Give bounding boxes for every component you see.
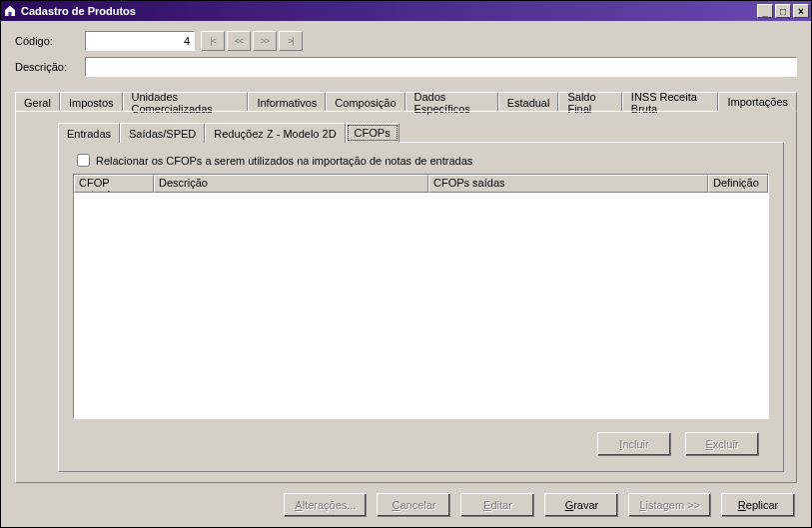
inner-tab-saidas[interactable]: Saídas/SPED	[120, 123, 205, 143]
inner-buttons: Incluir Excluir	[73, 429, 769, 459]
tab-geral[interactable]: Geral	[15, 92, 60, 112]
nav-prev-button[interactable]: <<	[227, 31, 251, 51]
col-cfops-saidas[interactable]: CFOPs saídas	[428, 175, 708, 193]
inner-tab-body: Relacionar os CFOPs a serem utilizados n…	[58, 142, 784, 472]
inner-tab-entradas[interactable]: Entradas	[58, 123, 120, 143]
listagem-button[interactable]: Listagem >>	[628, 493, 711, 517]
replicar-button[interactable]: Replicar	[721, 493, 795, 517]
content-area: Código: |< << >> >| Descrição: Geral Imp…	[1, 21, 811, 527]
window-title: Cadastro de Produtos	[21, 5, 755, 17]
descricao-input[interactable]	[85, 57, 797, 77]
window-root: Cadastro de Produtos _ □ × Código: |< <<…	[0, 0, 812, 528]
relacionar-cfops-label: Relacionar os CFOPs a serem utilizados n…	[96, 155, 472, 167]
grid-body[interactable]	[74, 193, 768, 418]
close-button[interactable]: ×	[793, 4, 809, 18]
nav-first-button[interactable]: |<	[201, 31, 225, 51]
inner-tab-reducoes[interactable]: Reduçõez Z - Modelo 2D	[205, 123, 345, 143]
tab-saldo-final[interactable]: Saldo Final	[558, 92, 621, 112]
footer-buttons: Alterações... Cancelar Editar Gravar Lis…	[15, 493, 797, 519]
descricao-label: Descrição:	[15, 61, 85, 73]
editar-button[interactable]: Editar	[460, 493, 534, 517]
top-fields: Código: |< << >> >| Descrição:	[15, 31, 797, 83]
incluir-button[interactable]: Incluir	[597, 432, 671, 456]
relacionar-cfops-checkbox[interactable]	[77, 154, 90, 167]
col-descricao[interactable]: Descrição	[154, 175, 428, 193]
gravar-button[interactable]: Gravar	[544, 493, 618, 517]
tab-unidades[interactable]: Unidades Comercializadas	[123, 92, 249, 112]
codigo-label: Código:	[15, 35, 85, 47]
app-icon	[3, 4, 17, 18]
inner-tab-cfops[interactable]: CFOPs	[346, 123, 400, 143]
nav-last-button[interactable]: >|	[279, 31, 303, 51]
tab-dados[interactable]: Dados Específicos	[406, 92, 498, 112]
tab-impostos[interactable]: Impostos	[60, 92, 123, 112]
tab-importacoes[interactable]: Importações	[718, 92, 797, 112]
checkbox-row: Relacionar os CFOPs a serem utilizados n…	[73, 151, 769, 170]
codigo-input[interactable]	[85, 31, 195, 51]
alteracoes-button[interactable]: Alterações...	[284, 493, 367, 517]
titlebar: Cadastro de Produtos _ □ ×	[1, 1, 811, 21]
col-cfop-entrada[interactable]: CFOP entrada	[74, 175, 154, 193]
inner-tab-strip: Entradas Saídas/SPED Reduçõez Z - Modelo…	[58, 122, 784, 142]
minimize-button[interactable]: _	[757, 4, 773, 18]
cancelar-button[interactable]: Cancelar	[377, 493, 450, 517]
tab-informativos[interactable]: Informativos	[248, 92, 326, 112]
tab-inss[interactable]: INSS Receita Bruta	[622, 92, 719, 112]
nav-next-button[interactable]: >>	[253, 31, 277, 51]
maximize-button[interactable]: □	[775, 4, 791, 18]
grid-header: CFOP entrada Descrição CFOPs saídas Defi…	[74, 175, 768, 193]
cfops-grid[interactable]: CFOP entrada Descrição CFOPs saídas Defi…	[73, 174, 769, 419]
col-definicao[interactable]: Definição	[708, 175, 768, 193]
svg-rect-0	[9, 12, 12, 16]
main-tab-body: Entradas Saídas/SPED Reduçõez Z - Modelo…	[15, 111, 797, 483]
main-tab-strip: Geral Impostos Unidades Comercializadas …	[15, 91, 797, 111]
tab-estadual[interactable]: Estadual	[498, 92, 559, 112]
tab-composicao[interactable]: Composição	[326, 92, 405, 112]
excluir-button[interactable]: Excluir	[685, 432, 759, 456]
